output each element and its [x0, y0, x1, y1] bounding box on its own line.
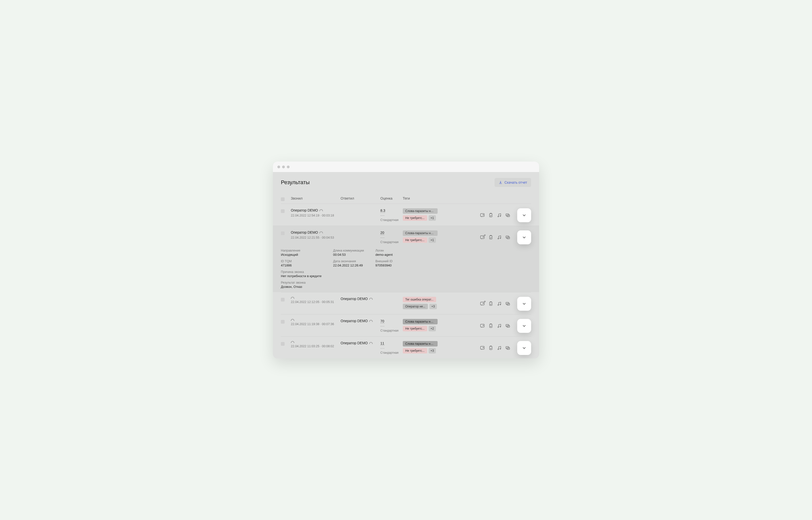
- window-dot[interactable]: [287, 165, 290, 168]
- tag-more[interactable]: +1: [428, 237, 436, 243]
- clipboard-icon[interactable]: [488, 345, 493, 350]
- svg-point-14: [498, 305, 498, 305]
- page-title: Результаты: [281, 179, 310, 186]
- col-tags: Теги: [403, 197, 471, 201]
- col-score: Оценка: [380, 197, 403, 201]
- score-value: 20: [380, 231, 384, 235]
- comment-icon[interactable]: [480, 323, 485, 328]
- table-row: Оператор DEMO 22.04.2022 12:21:55 · 00:0…: [273, 226, 539, 292]
- clipboard-icon[interactable]: [488, 213, 493, 218]
- score-label: Стандартная: [380, 218, 403, 222]
- expand-button[interactable]: [517, 230, 531, 244]
- audio-icon[interactable]: [497, 323, 502, 328]
- row-actions: [471, 208, 531, 222]
- tag-more[interactable]: +1: [428, 215, 436, 221]
- expand-button[interactable]: [517, 319, 531, 333]
- svg-rect-19: [490, 324, 492, 327]
- expand-button[interactable]: [517, 208, 531, 222]
- chat-icon[interactable]: [505, 213, 510, 218]
- score-value: 11: [380, 341, 384, 345]
- audio-icon[interactable]: [497, 301, 502, 306]
- caller-name: [291, 297, 341, 299]
- call-direction-icon: [369, 342, 373, 344]
- row-checkbox[interactable]: [281, 298, 285, 302]
- svg-point-27: [500, 348, 501, 349]
- chevron-down-icon: [522, 345, 527, 350]
- clipboard-icon[interactable]: [488, 235, 493, 240]
- window-dot[interactable]: [277, 165, 280, 168]
- score-value: 8.3: [380, 209, 385, 213]
- clipboard-icon[interactable]: [488, 301, 493, 306]
- app-window: Результаты Скачать отчет Звонил Ответил …: [273, 161, 539, 359]
- row-actions: [471, 319, 531, 333]
- chat-icon[interactable]: [505, 345, 510, 350]
- tag[interactable]: Слова-паразиты на ...: [403, 208, 438, 214]
- tag[interactable]: Не требуетс...: [403, 348, 427, 354]
- svg-rect-6: [481, 236, 484, 239]
- row-checkbox[interactable]: [281, 209, 285, 213]
- titlebar: [273, 161, 539, 172]
- tag-more[interactable]: +3: [428, 348, 436, 354]
- call-meta: 22.04.2022 12:21:55 · 00:04:53: [291, 236, 341, 239]
- svg-point-20: [498, 327, 498, 327]
- tag-more[interactable]: +3: [429, 304, 437, 309]
- row-actions: [471, 230, 531, 244]
- row-checkbox[interactable]: [281, 342, 285, 346]
- comment-icon[interactable]: [480, 301, 485, 306]
- tag[interactable]: Не требуетс...: [403, 237, 427, 243]
- tag[interactable]: Оператор не...: [403, 304, 428, 309]
- tag-more[interactable]: +2: [428, 326, 436, 331]
- svg-point-8: [498, 238, 498, 239]
- audio-icon[interactable]: [497, 345, 502, 350]
- clipboard-icon[interactable]: [488, 323, 493, 328]
- svg-point-15: [500, 304, 501, 305]
- row-checkbox[interactable]: [281, 231, 285, 235]
- audio-icon[interactable]: [497, 213, 502, 218]
- tag[interactable]: Не требуетс...: [403, 326, 427, 331]
- col-answered: Ответил: [341, 197, 380, 201]
- expand-button[interactable]: [517, 297, 531, 311]
- call-direction-icon: [369, 298, 373, 300]
- svg-rect-0: [481, 213, 484, 216]
- download-report-button[interactable]: Скачать отчет: [495, 178, 531, 187]
- svg-rect-13: [490, 302, 492, 305]
- svg-point-26: [498, 349, 498, 349]
- expand-button[interactable]: [517, 341, 531, 355]
- table-header: Звонил Ответил Оценка Теги: [281, 194, 531, 204]
- caller-name: [291, 319, 341, 321]
- call-direction-icon: [369, 320, 373, 322]
- chat-icon[interactable]: [505, 235, 510, 240]
- svg-point-9: [500, 238, 501, 239]
- chevron-down-icon: [522, 301, 527, 306]
- chevron-down-icon: [522, 235, 527, 240]
- call-meta: 22.04.2022 11:03:25 · 00:08:02: [291, 344, 341, 348]
- answered-name: Оператор DEMO: [341, 319, 380, 323]
- select-all-checkbox[interactable]: [281, 197, 285, 201]
- audio-icon[interactable]: [497, 235, 502, 240]
- svg-rect-24: [481, 346, 484, 349]
- download-icon: [498, 180, 502, 184]
- call-direction-icon: [319, 231, 323, 233]
- tag[interactable]: Слова-паразиты на ...: [403, 230, 438, 236]
- row-checkbox[interactable]: [281, 320, 285, 323]
- call-meta: 22.04.2022 12:12:05 · 00:05:31: [291, 300, 341, 304]
- tag[interactable]: Тег ошибка операт...: [403, 297, 436, 302]
- comment-icon[interactable]: [480, 345, 485, 350]
- tag[interactable]: Слова паразиты на ...: [403, 319, 438, 324]
- table-row: 22.04.2022 11:19:38 · 00:07:36 Оператор …: [281, 314, 531, 336]
- table-row: 22.04.2022 12:12:05 · 00:05:31 Оператор …: [281, 292, 531, 314]
- chevron-down-icon: [522, 323, 527, 328]
- tag[interactable]: Слова паразиты на ...: [403, 341, 438, 346]
- caller-name: Оператор DEMO: [291, 230, 341, 234]
- chat-icon[interactable]: [505, 323, 510, 328]
- call-meta: 22.04.2022 12:54:19 · 00:03:18: [291, 214, 341, 217]
- comment-icon[interactable]: [480, 213, 485, 218]
- tag[interactable]: Не требуетс...: [403, 215, 427, 221]
- chevron-down-icon: [522, 213, 527, 218]
- caller-name: Оператор DEMO: [291, 208, 341, 212]
- comment-icon[interactable]: [480, 235, 485, 240]
- window-dot[interactable]: [282, 165, 285, 168]
- chat-icon[interactable]: [505, 301, 510, 306]
- svg-rect-12: [481, 302, 484, 305]
- call-direction-icon: [291, 319, 294, 321]
